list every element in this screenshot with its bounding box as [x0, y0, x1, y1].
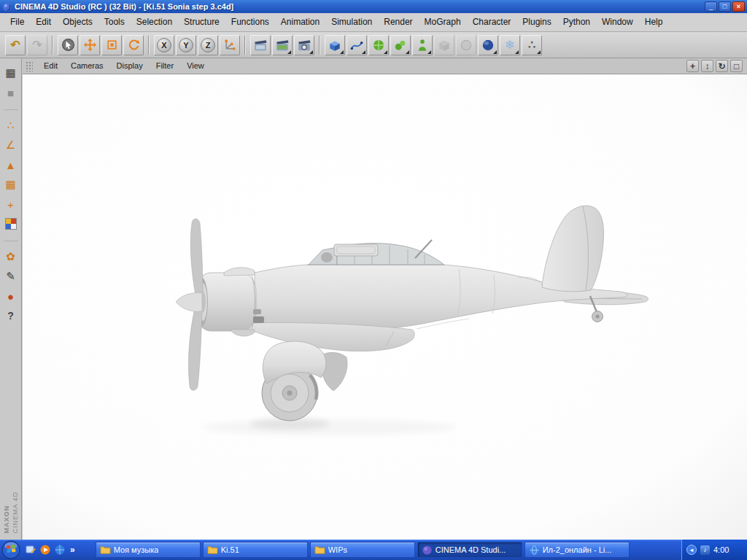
texture-checker-button[interactable]	[2, 215, 20, 233]
environment-icon	[481, 38, 495, 52]
minimize-button[interactable]: _	[705, 1, 717, 12]
render-picture-viewer-button[interactable]	[272, 35, 293, 55]
undo-icon: ↶	[10, 39, 20, 51]
menu-tools[interactable]: Tools	[98, 13, 131, 31]
texture-mode-button[interactable]: ▦	[2, 176, 20, 193]
menu-animation[interactable]: Animation	[275, 13, 325, 31]
undo-button[interactable]: ↶	[5, 35, 26, 55]
menu-character[interactable]: Character	[467, 13, 517, 31]
render-settings-button[interactable]	[294, 35, 314, 55]
redo-icon: ↷	[32, 39, 42, 51]
menu-file[interactable]: File	[4, 13, 30, 31]
lock-y-button[interactable]: Y	[176, 35, 196, 55]
spline-pen-button[interactable]	[347, 35, 367, 55]
toolbar-separator	[244, 36, 246, 55]
lock-x-button[interactable]: X	[154, 35, 174, 55]
simulation-button[interactable]: ❄	[500, 35, 520, 55]
cinema4d-icon	[422, 545, 433, 556]
menu-plugins[interactable]: Plugins	[516, 13, 557, 31]
menu-selection[interactable]: Selection	[131, 13, 178, 31]
subdivision-surface-button[interactable]	[368, 35, 389, 55]
layout-button[interactable]: ▦	[2, 64, 20, 82]
taskbar-button-music[interactable]: Моя музыка	[96, 542, 201, 558]
window-controls: _ □ ×	[705, 1, 745, 12]
folder-icon	[314, 545, 325, 556]
left-tool-palette: ▦ ■ ∴ ∠ ▲ ▦ + ✿ ✎ ● ? MAXON CINEMA 4D	[0, 58, 22, 540]
environment-button[interactable]	[478, 35, 498, 55]
help-button[interactable]: ?	[2, 307, 20, 324]
uv-mode-button[interactable]: ✿	[2, 248, 20, 265]
cube-icon	[328, 38, 342, 52]
viewport-render[interactable]	[23, 74, 747, 540]
pan-view-button[interactable]: +	[686, 60, 699, 72]
maximize-button[interactable]: □	[719, 1, 731, 12]
menu-structure[interactable]: Structure	[178, 13, 225, 31]
snap-button[interactable]: ✎	[2, 268, 20, 285]
toolbar-separator	[52, 36, 53, 55]
menu-python[interactable]: Python	[557, 13, 596, 31]
modifier-button[interactable]	[390, 35, 411, 55]
system-tray: ◂ ♪ 4:00	[681, 540, 747, 560]
menu-window[interactable]: Window	[596, 13, 639, 31]
start-button[interactable]	[1, 540, 20, 559]
menu-help[interactable]: Help	[639, 13, 669, 31]
media-player-icon[interactable]	[39, 544, 51, 556]
menu-mograph[interactable]: MoGraph	[419, 13, 467, 31]
rotate-button[interactable]	[123, 35, 144, 55]
snowflake-icon: ❄	[505, 39, 514, 51]
scene-nodes-button[interactable]	[456, 35, 476, 55]
close-button[interactable]: ×	[732, 1, 745, 12]
window-title: CINEMA 4D Studio (RC ) (32 Bit) - [Ki.51…	[15, 2, 705, 11]
browser-icon[interactable]	[54, 544, 66, 556]
render-settings-icon	[297, 38, 311, 52]
viewport-menu-display[interactable]: Display	[110, 58, 150, 74]
viewport[interactable]	[23, 74, 747, 540]
coordinate-system-button[interactable]	[220, 35, 240, 55]
menu-simulation[interactable]: Simulation	[325, 13, 378, 31]
tray-collapse-button[interactable]: ◂	[686, 545, 697, 555]
quick-launch: »	[25, 544, 77, 556]
xref-button[interactable]	[434, 35, 454, 55]
tray-volume-icon[interactable]: ♪	[700, 545, 710, 555]
render-view-icon	[253, 38, 268, 52]
viewport-menu-edit[interactable]: Edit	[37, 58, 64, 74]
toggle-view-button[interactable]: □	[730, 60, 743, 72]
menu-edit[interactable]: Edit	[30, 13, 57, 31]
move-button[interactable]	[80, 35, 100, 55]
edges-mode-button[interactable]: ∠	[2, 136, 20, 154]
viewport-menu-filter[interactable]: Filter	[150, 58, 180, 74]
live-selection-button[interactable]	[58, 35, 78, 55]
viewport-menubar: Edit Cameras Display Filter View + ↕ ↻ □	[23, 58, 747, 74]
scene-nodes-icon	[459, 38, 473, 52]
menu-objects[interactable]: Objects	[57, 13, 98, 31]
task-label: WIPs	[328, 545, 347, 554]
lock-y-icon: Y	[179, 38, 193, 52]
taskbar-button-cinema4d[interactable]: CINEMA 4D Studi...	[417, 542, 522, 558]
redo-button[interactable]: ↷	[27, 35, 47, 55]
menu-render[interactable]: Render	[378, 13, 418, 31]
zoom-view-button[interactable]: ↕	[701, 60, 713, 72]
scale-button[interactable]	[101, 35, 122, 55]
points-mode-button[interactable]: ∴	[2, 117, 20, 134]
taskbar-button-il2[interactable]: Ил-2_онлайн - Li...	[525, 542, 630, 558]
lock-z-button[interactable]: Z	[198, 35, 218, 55]
menu-functions[interactable]: Functions	[225, 13, 275, 31]
rotate-view-button[interactable]: ↻	[716, 60, 728, 72]
axis-mode-button[interactable]: +	[2, 195, 20, 213]
particles-button[interactable]: ∴	[522, 35, 542, 55]
viewport-menu-cameras[interactable]: Cameras	[64, 58, 110, 74]
lock-z-icon: Z	[201, 38, 215, 52]
primitive-cube-button[interactable]	[325, 35, 345, 55]
taskbar-button-wips[interactable]: WIPs	[310, 542, 415, 558]
quick-launch-overflow-button[interactable]: »	[69, 545, 77, 555]
character-button[interactable]	[412, 35, 433, 55]
taskbar-button-ki51[interactable]: Ki.51	[203, 542, 308, 558]
panel-grip[interactable]	[26, 61, 33, 71]
polygons-mode-button[interactable]: ▲	[2, 156, 20, 174]
render-view-button[interactable]	[250, 35, 271, 55]
viewport-menu-view[interactable]: View	[180, 58, 211, 74]
checker-icon	[5, 218, 17, 230]
model-mode-button[interactable]: ■	[2, 84, 20, 101]
show-desktop-icon[interactable]	[25, 544, 36, 556]
magnet-button[interactable]: ●	[2, 287, 20, 305]
